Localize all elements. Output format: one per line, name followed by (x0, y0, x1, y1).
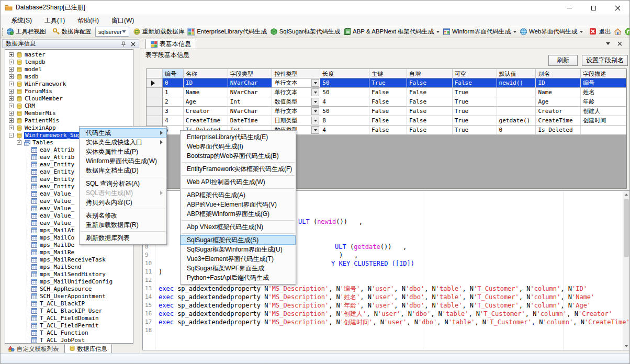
toolbar-view-button[interactable]: 工具栏视图 (5, 27, 48, 37)
grid-cell[interactable]: Creator (184, 107, 228, 116)
context-menu-item-3[interactable]: Winform界面代码生成(W) (80, 156, 166, 166)
grid-cell[interactable]: 1 (163, 88, 184, 97)
set-field-alias-button[interactable]: 设置字段别名 (582, 55, 628, 66)
grid-cell[interactable]: False (407, 126, 453, 135)
grid-cell[interactable]: ID (536, 78, 581, 88)
grid-cell[interactable]: Name (184, 88, 228, 97)
grid-cell[interactable]: ID (184, 78, 228, 88)
close-button[interactable] (605, 1, 629, 15)
grid-cell[interactable]: Name (536, 88, 581, 97)
tree-item-ForumMis[interactable]: +ForumMis (5, 88, 133, 95)
submenu-item-9[interactable]: ABP的Vue+Element界面代码(V) (181, 200, 296, 209)
tree-table-T_ACL_FieldPermit[interactable]: T_ACL_FieldPermit (5, 322, 133, 329)
grid-cell[interactable]: True (453, 97, 497, 107)
grid-cell[interactable]: 8 (320, 116, 369, 126)
grid-cell[interactable]: False (369, 107, 407, 116)
grid-row-1[interactable]: 1NameNVarChar单行文本50FalseFalseTrueName姓名 (147, 88, 626, 97)
grid-cell[interactable]: False (369, 126, 407, 135)
tree-table-T_ACL_BlackIP[interactable]: T_ACL_BlackIP (5, 300, 133, 308)
tree-table-SCH_AppResource[interactable]: SCH_AppResource (5, 286, 133, 293)
context-menu-item-7[interactable]: SQL语句生成(M) (80, 188, 166, 198)
control-type-combo[interactable]: 日期类型 (272, 116, 320, 126)
grid-col-header-4[interactable]: 长度 (320, 69, 369, 78)
grid-cell[interactable]: 50 (320, 88, 369, 97)
grid-cell[interactable]: Creator (536, 107, 581, 116)
grid-col-header-6[interactable]: 自增 (407, 69, 453, 78)
submenu-item-12[interactable]: Abp VNext框架代码生成(N) (181, 222, 296, 232)
toolbar-feed-button[interactable] (623, 27, 629, 37)
grid-cell[interactable] (581, 126, 626, 135)
tree-table-mps_MailSend[interactable]: mps_MailSend (5, 264, 133, 271)
grid-cell[interactable]: 50 (320, 78, 369, 88)
grid-cell[interactable]: True (369, 78, 407, 88)
grid-cell[interactable]: False (407, 88, 453, 97)
pin-button[interactable] (119, 40, 127, 48)
grid-cell[interactable]: False (407, 78, 453, 88)
context-menu-item-8[interactable]: 拷贝列表内容(C) (80, 198, 166, 207)
scroll-down-button[interactable] (623, 343, 629, 350)
context-menu-item-2[interactable]: 实体类属性生成(P) (80, 147, 166, 156)
toolbar-abp-button[interactable]: ABP & ABPNext 框架代码生成 (342, 27, 441, 37)
tree-table-T_ACL_JobPost[interactable]: T_ACL_JobPost (5, 337, 133, 344)
tree-item-master[interactable]: +master (5, 51, 133, 59)
menubar-item-1[interactable]: 工具(T) (38, 15, 71, 26)
grid-cell[interactable]: 50 (320, 107, 369, 116)
grid-col-header-9[interactable]: 别名 (536, 69, 581, 78)
minimize-button[interactable] (557, 1, 581, 15)
grid-cell[interactable]: Is_Deleted (536, 126, 581, 135)
submenu-item-6[interactable]: Web API控制器代码生成(W) (181, 177, 296, 187)
grid-cell[interactable]: False (453, 78, 497, 88)
submenu-item-10[interactable]: ABP框架Winform界面生成(G) (181, 209, 296, 219)
row-header[interactable] (147, 107, 163, 116)
control-type-combo[interactable]: 单行文本 (272, 88, 320, 97)
grid-cell[interactable]: 编号 (581, 78, 626, 88)
tree-item-PatientMis[interactable]: +PatientMis (5, 117, 133, 124)
scrollbar-thumb[interactable] (624, 199, 629, 257)
grid-cell[interactable]: CreateTime (184, 116, 228, 126)
grid-cell[interactable]: False (407, 116, 453, 126)
grid-cell[interactable]: 年龄 (581, 97, 626, 107)
row-header[interactable] (147, 78, 163, 88)
submenu-item-16[interactable]: Vue3+Element界面代码生成(T) (181, 254, 296, 264)
toolbar-dbconfig-button[interactable]: 数据库配置 (51, 27, 94, 37)
database-type-select[interactable]: sqlserver (95, 27, 129, 37)
toolbar-web-button[interactable]: Web界面代码生成 (518, 27, 584, 37)
grid-cell[interactable]: True (453, 88, 497, 97)
dropdown-button[interactable] (311, 79, 319, 87)
dropdown-button[interactable] (311, 117, 319, 124)
tree-table-mps_MailSendHistory[interactable]: mps_MailSendHistory (5, 271, 133, 278)
grid-cell[interactable]: True (453, 107, 497, 116)
tree-item-CloudMember[interactable]: +CloudMember (5, 95, 133, 103)
grid-cell[interactable]: 4 (320, 126, 369, 135)
grid-col-header-5[interactable]: 主键 (369, 69, 407, 78)
grid-row-0[interactable]: 0IDNVarChar单行文本50TrueFalseFalsenewid()ID… (147, 78, 626, 88)
tree-item-CRM[interactable]: +CRM (5, 103, 133, 110)
grid-cell[interactable]: 3 (163, 107, 184, 116)
submenu-item-2[interactable]: Bootstrap的Web界面代码生成(B) (181, 151, 296, 161)
row-header[interactable] (147, 88, 163, 97)
grid-col-header-0[interactable]: 编号 (163, 69, 184, 78)
grid-col-header-1[interactable]: 名称 (184, 69, 228, 78)
refresh-button[interactable]: 刷新 (548, 55, 578, 66)
grid-cell[interactable]: NVarChar (228, 88, 273, 97)
submenu-item-17[interactable]: SqlSugar框架WPF界面生成 (181, 264, 296, 273)
grid-corner-cell[interactable] (147, 69, 163, 78)
grid-cell[interactable]: 0 (163, 78, 184, 88)
tree-item-MemberMis[interactable]: +MemberMis (5, 110, 133, 117)
grid-cell[interactable]: 4 (163, 116, 184, 126)
control-type-combo[interactable]: 单行文本 (272, 107, 320, 116)
context-menu-item-0[interactable]: 代码生成 (80, 128, 166, 138)
grid-cell[interactable]: True (453, 126, 497, 135)
tree-table-T_ACL_BlackIP_User[interactable]: T_ACL_BlackIP_User (5, 308, 133, 315)
context-menu-item-11[interactable]: 重新加载数据库(R) (80, 220, 166, 230)
tree-table-mps_MailReceiveTask[interactable]: mps_MailReceiveTask (5, 256, 133, 264)
tree-item-msdb[interactable]: +msdb (5, 73, 133, 81)
dropdown-button[interactable] (311, 98, 319, 106)
context-menu-item-10[interactable]: 表别名修改 (80, 211, 166, 220)
toolbar-exit-button[interactable]: 退出 (588, 27, 612, 37)
dropdown-button[interactable] (311, 107, 319, 115)
menubar-item-0[interactable]: 系统(S) (5, 15, 38, 26)
submenu-item-0[interactable]: EnterpriseLibrary代码生成(E) (181, 132, 296, 142)
grid-cell[interactable]: False (369, 116, 407, 126)
grid-col-header-2[interactable]: 字段类型 (228, 69, 273, 78)
